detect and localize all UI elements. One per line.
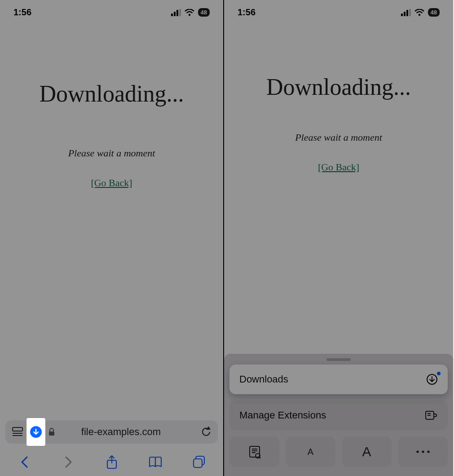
back-button[interactable]	[14, 455, 35, 469]
go-back-link[interactable]: [Go Back]	[318, 161, 359, 173]
svg-rect-2	[176, 10, 178, 16]
svg-rect-13	[194, 459, 202, 467]
wait-text: Please wait a moment	[0, 147, 223, 159]
larger-text-button[interactable]: A	[342, 436, 392, 467]
bookmarks-button[interactable]	[145, 456, 166, 468]
status-time: 1:56	[13, 7, 31, 18]
go-back-link[interactable]: [Go Back]	[91, 177, 132, 189]
downloads-indicator[interactable]	[26, 418, 45, 446]
svg-rect-16	[406, 10, 408, 16]
svg-rect-24	[250, 446, 260, 457]
battery-icon: 48	[428, 8, 440, 17]
wait-text: Please wait a moment	[224, 132, 453, 143]
svg-rect-14	[401, 13, 403, 16]
status-time: 1:56	[238, 7, 256, 18]
status-bar: 1:56 48	[0, 0, 223, 22]
svg-point-4	[188, 13, 190, 15]
share-button[interactable]	[101, 455, 122, 469]
extension-icon	[424, 409, 438, 421]
safari-toolbar	[0, 448, 223, 476]
downloads-icon	[426, 374, 438, 385]
status-icons: 48	[171, 8, 210, 17]
page-menu-sheet: Downloads Manage Extensions A A	[224, 354, 453, 476]
reader-button[interactable]	[229, 436, 279, 467]
battery-icon: 48	[198, 8, 210, 17]
screenshot-left: 1:56 48 Downloading... Please wait a mom…	[0, 0, 224, 476]
more-button[interactable]	[398, 436, 448, 467]
forward-button	[58, 455, 79, 469]
smaller-text-button[interactable]: A	[286, 436, 335, 467]
svg-point-30	[416, 450, 419, 453]
address-bar[interactable]: file-examples.com	[5, 420, 218, 444]
reload-icon[interactable]	[201, 427, 212, 437]
tabs-button[interactable]	[189, 455, 209, 469]
cellular-icon	[171, 9, 181, 16]
manage-extensions-menu-item[interactable]: Manage Extensions	[229, 400, 448, 430]
download-heading: Downloading...	[224, 74, 453, 100]
page-content: Downloading... Please wait a moment [Go …	[224, 22, 453, 173]
svg-point-32	[427, 450, 429, 453]
page-settings-icon[interactable]	[12, 427, 23, 437]
svg-rect-5	[13, 427, 22, 431]
svg-rect-1	[174, 12, 176, 16]
svg-rect-15	[404, 12, 406, 16]
downloads-badge-dot	[437, 372, 441, 375]
svg-marker-10	[207, 427, 210, 430]
sheet-grabber[interactable]	[326, 358, 351, 361]
download-arrow-icon	[30, 426, 42, 438]
wifi-icon	[414, 9, 424, 16]
wifi-icon	[185, 9, 194, 16]
svg-rect-3	[179, 9, 181, 16]
downloads-label: Downloads	[239, 374, 288, 385]
text-size-row: A A	[229, 436, 448, 467]
page-content: Downloading... Please wait a moment [Go …	[0, 22, 223, 189]
screenshot-right: 1:56 48 Downloading... Please wait a mom…	[224, 0, 453, 476]
download-heading: Downloading...	[0, 80, 223, 107]
status-bar: 1:56 48	[224, 0, 453, 22]
manage-extensions-label: Manage Extensions	[239, 409, 326, 421]
status-icons: 48	[401, 8, 440, 17]
svg-point-31	[422, 450, 424, 453]
svg-point-18	[418, 13, 420, 15]
downloads-menu-item[interactable]: Downloads	[229, 365, 448, 394]
svg-rect-17	[409, 9, 411, 16]
url-text: file-examples.com	[46, 426, 196, 438]
svg-rect-0	[171, 13, 173, 16]
cellular-icon	[401, 9, 411, 16]
svg-line-29	[259, 457, 261, 458]
